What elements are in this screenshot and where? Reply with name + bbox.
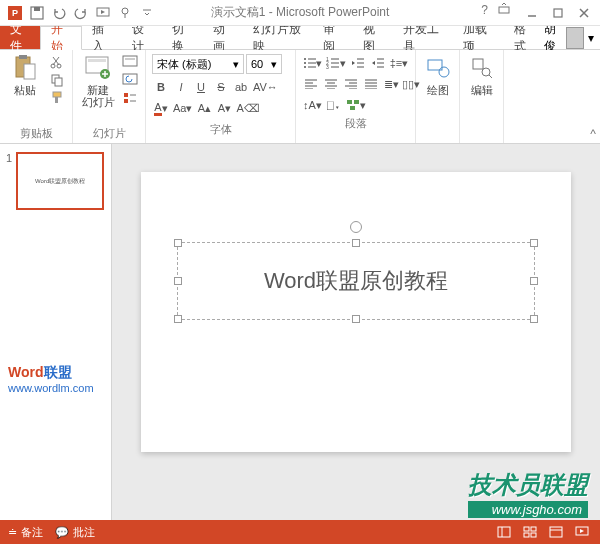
app-logo-icon[interactable]: P: [6, 4, 24, 22]
notes-button[interactable]: ≐ 备注: [8, 525, 43, 540]
tab-design[interactable]: 设计: [122, 26, 162, 49]
help-icon[interactable]: ?: [481, 3, 488, 23]
font-size-select[interactable]: 60▾: [246, 54, 282, 74]
svg-rect-73: [550, 527, 562, 537]
svg-text:3: 3: [326, 64, 329, 69]
slideshow-start-icon[interactable]: [94, 4, 112, 22]
new-slide-button[interactable]: 新建 幻灯片: [79, 54, 117, 108]
align-text-button[interactable]: ⎕▾: [325, 96, 343, 114]
minimize-button[interactable]: [520, 3, 544, 23]
resize-handle[interactable]: [530, 277, 538, 285]
svg-line-66: [489, 75, 492, 78]
title-textbox[interactable]: Word联盟原创教程: [177, 242, 535, 320]
reset-icon[interactable]: [121, 72, 139, 88]
clear-format-button[interactable]: A⌫: [235, 99, 260, 117]
save-icon[interactable]: [28, 4, 46, 22]
bullets-button[interactable]: ▾: [302, 54, 323, 72]
slide-canvas[interactable]: Word联盟原创教程: [141, 172, 571, 452]
comments-button[interactable]: 💬 批注: [55, 525, 95, 540]
decrease-indent-button[interactable]: [349, 54, 367, 72]
title-text[interactable]: Word联盟原创教程: [264, 266, 448, 296]
group-editing: 编辑: [460, 50, 504, 143]
tab-file[interactable]: 文件: [0, 26, 40, 49]
change-case-button[interactable]: Aa▾: [172, 99, 193, 117]
slide-thumbnail[interactable]: 1 Word联盟原创教程: [6, 152, 105, 210]
reading-view-icon[interactable]: [546, 524, 566, 540]
line-spacing-button[interactable]: ‡≡▾: [389, 54, 409, 72]
undo-icon[interactable]: [50, 4, 68, 22]
increase-indent-button[interactable]: [369, 54, 387, 72]
tab-review[interactable]: 审阅: [313, 26, 353, 49]
collapse-ribbon-icon[interactable]: ^: [590, 127, 596, 141]
qat-customize-icon[interactable]: [138, 4, 156, 22]
justify-button[interactable]: [362, 75, 380, 93]
editing-button[interactable]: 编辑: [466, 54, 497, 96]
resize-handle[interactable]: [530, 315, 538, 323]
tab-insert[interactable]: 插入: [82, 26, 122, 49]
tab-developer[interactable]: 开发工具: [393, 26, 453, 49]
spacing-button[interactable]: AV↔: [252, 78, 279, 96]
resize-handle[interactable]: [352, 239, 360, 247]
smartart-button[interactable]: ▾: [345, 96, 367, 114]
cut-icon[interactable]: [48, 54, 66, 70]
svg-point-27: [304, 66, 306, 68]
align-center-button[interactable]: [322, 75, 340, 93]
slide-editor[interactable]: Word联盟原创教程: [112, 144, 600, 520]
shrink-font-button[interactable]: A▾: [215, 99, 233, 117]
normal-view-icon[interactable]: [494, 524, 514, 540]
redo-icon[interactable]: [72, 4, 90, 22]
user-dropdown-icon[interactable]: ▾: [588, 31, 594, 45]
text-direction-button[interactable]: ↕A▾: [302, 96, 323, 114]
tab-home[interactable]: 开始: [40, 26, 82, 50]
tab-format[interactable]: 格式: [504, 26, 544, 49]
font-name-select[interactable]: 宋体 (标题)▾: [152, 54, 244, 74]
tab-slideshow[interactable]: 幻灯片放映: [243, 26, 313, 49]
grow-font-button[interactable]: A▴: [195, 99, 213, 117]
resize-handle[interactable]: [352, 315, 360, 323]
ribbon-options-icon[interactable]: [498, 3, 510, 23]
bold-button[interactable]: B: [152, 78, 170, 96]
slideshow-view-icon[interactable]: [572, 524, 592, 540]
thumbnail[interactable]: Word联盟原创教程: [16, 152, 104, 210]
numbering-button[interactable]: 123▾: [325, 54, 346, 72]
copy-icon[interactable]: [48, 72, 66, 88]
new-slide-icon: [84, 54, 112, 82]
svg-rect-18: [123, 56, 137, 66]
window-controls: ?: [481, 3, 600, 23]
paste-button[interactable]: 粘贴: [6, 54, 44, 96]
user-area[interactable]: 胡俊 ▾: [544, 26, 600, 49]
svg-rect-60: [354, 100, 359, 104]
underline-button[interactable]: U: [192, 78, 210, 96]
align-left-button[interactable]: [302, 75, 320, 93]
tab-animations[interactable]: 动画: [203, 26, 243, 49]
distribute-button[interactable]: ≣▾: [382, 75, 400, 93]
avatar[interactable]: [566, 27, 584, 49]
rotate-handle[interactable]: [350, 221, 362, 233]
resize-handle[interactable]: [174, 315, 182, 323]
resize-handle[interactable]: [530, 239, 538, 247]
svg-rect-9: [24, 64, 35, 79]
maximize-button[interactable]: [546, 3, 570, 23]
svg-rect-16: [88, 59, 106, 62]
strike-button[interactable]: S: [212, 78, 230, 96]
format-painter-icon[interactable]: [48, 90, 66, 106]
resize-handle[interactable]: [174, 239, 182, 247]
drawing-button[interactable]: 绘图: [422, 54, 453, 96]
align-right-button[interactable]: [342, 75, 360, 93]
layout-icon[interactable]: [121, 54, 139, 70]
font-color-button[interactable]: A▾: [152, 99, 170, 117]
sorter-view-icon[interactable]: [520, 524, 540, 540]
italic-button[interactable]: I: [172, 78, 190, 96]
close-button[interactable]: [572, 3, 596, 23]
resize-handle[interactable]: [174, 277, 182, 285]
tab-transitions[interactable]: 切换: [162, 26, 202, 49]
tab-addins[interactable]: 加载项: [453, 26, 503, 49]
tab-view[interactable]: 视图: [353, 26, 393, 49]
panel-watermark: Word联盟 www.wordlm.com: [8, 364, 94, 394]
group-clipboard: 粘贴 剪贴板: [0, 50, 73, 143]
section-icon[interactable]: [121, 90, 139, 106]
touch-mode-icon[interactable]: [116, 4, 134, 22]
shadow-button[interactable]: ab: [232, 78, 250, 96]
svg-rect-70: [531, 527, 536, 531]
slide-panel: 1 Word联盟原创教程 Word联盟 www.wordlm.com: [0, 144, 112, 520]
